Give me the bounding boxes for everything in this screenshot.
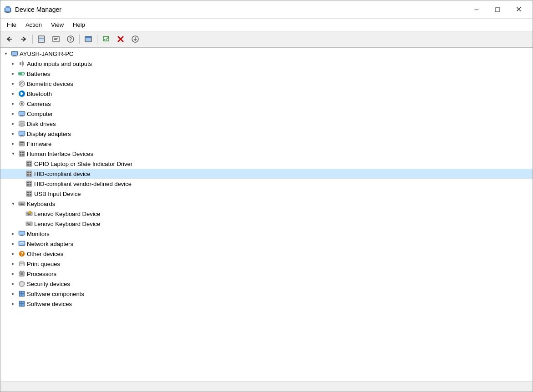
expand-keyboards[interactable]: ▼ [10,200,17,207]
tree-item-lenovo2[interactable]: Lenovo Keyboard Device [0,219,533,229]
tree-item-print[interactable]: ► Print queues [0,259,533,269]
tree-item-lenovo1[interactable]: ! Lenovo Keyboard Device [0,209,533,219]
svg-rect-68 [27,182,29,183]
svg-rect-100 [20,236,24,236]
tree-item-root[interactable]: ▼ AYUSH-JANGIR-PC [0,49,533,59]
camera-icon [18,100,25,107]
tree-item-cameras[interactable]: ► Cameras [0,99,533,109]
expand-disk[interactable]: ► [10,120,17,127]
tree-item-hid-compliant[interactable]: HID-compliant device [0,169,533,179]
properties-button[interactable] [35,33,48,45]
tree-item-usb-input[interactable]: USB Input Device [0,189,533,199]
expand-root[interactable]: ▼ [2,50,10,57]
tree-item-audio[interactable]: ► Audio inputs and outputs [0,59,533,69]
svg-rect-65 [27,174,29,176]
usb-input-icon [25,190,33,197]
toolbar-sep-1 [32,35,33,44]
svg-rect-73 [27,192,29,193]
computer2-icon [18,110,25,117]
expand-cameras[interactable]: ► [10,100,17,107]
gpio-icon [25,160,33,167]
tree-item-hid-vendor[interactable]: HID-compliant vendor-defined device [0,179,533,189]
expand-bluetooth[interactable]: ► [10,90,17,97]
update-driver-icon [52,35,60,43]
svg-rect-82 [20,204,20,205]
svg-rect-81 [24,203,25,204]
remove-button[interactable] [114,33,127,45]
battery-icon [18,70,25,77]
svg-rect-25 [12,56,17,56]
menu-view[interactable]: View [46,20,68,30]
forward-button[interactable] [17,33,30,45]
expand-firmware[interactable]: ► [10,140,17,147]
svg-point-44 [19,124,25,126]
expand-processors[interactable]: ► [10,270,17,277]
svg-text:?: ? [20,251,24,256]
tree-item-batteries[interactable]: ► Batteries [0,69,533,79]
expand-batteries[interactable]: ► [10,70,17,77]
svg-rect-74 [30,192,31,193]
minimize-button[interactable]: – [466,2,487,17]
svg-rect-61 [30,164,31,166]
expand-computer[interactable]: ► [10,110,17,117]
tree-item-network[interactable]: ► Network adapters [0,239,533,249]
svg-rect-113 [20,272,23,275]
scan-icon [102,35,110,43]
back-button[interactable] [2,33,16,45]
software-comp-icon [18,290,25,297]
other-icon: ? [18,250,25,257]
device-tree[interactable]: ▼ AYUSH-JANGIR-PC ► [0,48,533,382]
expand-security[interactable]: ► [10,280,17,287]
root-label: AYUSH-JANGIR-PC [20,50,73,57]
display-icon [18,130,25,137]
tree-item-gpio[interactable]: GPIO Laptop or Slate Indicator Driver [0,159,533,169]
tree-item-bluetooth[interactable]: ► Bluetooth [0,89,533,99]
menu-action[interactable]: Action [21,20,46,30]
tree-item-processors[interactable]: ► [0,269,533,279]
security-icon [18,280,25,287]
menu-file[interactable]: File [2,20,21,30]
svg-text:!: ! [30,211,30,214]
lenovo1-icon: ! [25,210,33,217]
expand-software-comp[interactable]: ► [10,290,17,297]
help-icon: ? [67,35,74,43]
svg-rect-23 [12,52,17,55]
svg-rect-51 [20,144,23,145]
tree-item-biometric[interactable]: ► Biometric devices [0,79,533,89]
tree-item-disk[interactable]: ► Disk drives [0,119,533,129]
tree-item-security[interactable]: ► Security devices [0,279,533,289]
tree-item-software-comp[interactable]: ► Software components [0,289,533,299]
close-button[interactable]: ✕ [508,2,529,17]
expand-print[interactable]: ► [10,260,17,267]
maximize-button[interactable]: □ [487,2,508,17]
svg-rect-134 [20,304,21,306]
svg-rect-135 [22,304,24,306]
help-button[interactable]: ? [64,33,77,45]
update-driver-button[interactable] [49,33,63,45]
tree-item-firmware[interactable]: ► Firmware [0,139,533,149]
menu-help[interactable]: Help [68,20,90,30]
expand-display[interactable]: ► [10,130,17,137]
tree-item-other[interactable]: ► ? Other devices [0,249,533,259]
expand-software-dev[interactable]: ► [10,300,17,307]
expand-biometric[interactable]: ► [10,80,17,87]
tree-item-keyboards[interactable]: ▼ Keyboards [0,199,533,209]
scan-button[interactable] [99,33,113,45]
computer-icon [11,50,18,57]
tree-item-hid[interactable]: ▼ Human Interface Devices [0,149,533,159]
hid-icon [18,150,25,157]
monitors-icon [18,230,25,237]
expand-monitors[interactable]: ► [10,230,17,237]
tree-item-software-dev[interactable]: ► Software devices [0,299,533,309]
expand-other[interactable]: ► [10,250,17,257]
tree-item-display[interactable]: ► Display adapters [0,129,533,139]
properties-icon [38,35,45,43]
audio-icon [18,60,25,67]
tree-item-monitors[interactable]: ► Monitors [0,229,533,239]
expand-audio[interactable]: ► [10,60,17,67]
show-view-button[interactable] [81,33,95,45]
expand-hid[interactable]: ▼ [10,150,17,157]
download-button[interactable] [128,33,142,45]
expand-network[interactable]: ► [10,240,17,247]
tree-item-computer[interactable]: ► Computer [0,109,533,119]
